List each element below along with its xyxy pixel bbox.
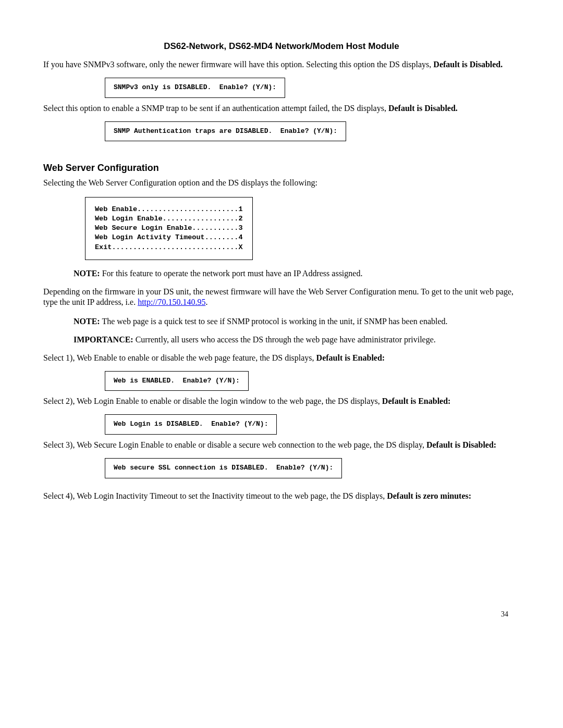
box-web-enabled-prompt: Web is ENABLED. Enable? (Y/N): (105, 371, 249, 391)
default-enabled-text: Default is Enabled: (316, 353, 385, 362)
text: Select 3), Web Secure Login Enable to en… (43, 440, 426, 449)
box-web-server-menu: Web Enable........................1 Web … (85, 197, 253, 260)
paragraph-firmware-info: Depending on the firmware in your DS uni… (43, 287, 520, 309)
importance-text: Currently, all users who access the DS t… (133, 335, 436, 344)
text: If you have SNMPv3 software, only the ne… (43, 60, 433, 69)
paragraph-web-server-intro: Selecting the Web Server Configuration o… (43, 178, 520, 189)
note-ip-address: NOTE: For this feature to operate the ne… (74, 268, 515, 279)
text: . (205, 298, 207, 306)
paragraph-select-3: Select 3), Web Secure Login Enable to en… (43, 440, 520, 451)
note-text: For this feature to operate the network … (100, 269, 363, 278)
default-disabled-text: Default is Disabled. (433, 60, 503, 69)
text: Select 2), Web Login Enable to enable or… (43, 397, 382, 405)
section-heading-web-server: Web Server Configuration (43, 162, 520, 174)
importance-note: IMPORTANCE: Currently, all users who acc… (74, 335, 515, 346)
note-snmp-test: NOTE: The web page is a quick test to se… (74, 316, 515, 327)
box-web-ssl-prompt: Web secure SSL connection is DISABLED. E… (105, 458, 342, 478)
box-web-login-prompt: Web Login is DISABLED. Enable? (Y/N): (105, 414, 277, 435)
default-disabled-text: Default is Disabled: (426, 440, 496, 449)
paragraph-select-2: Select 2), Web Login Enable to enable or… (43, 396, 520, 407)
paragraph-select-1: Select 1), Web Enable to enable or disab… (43, 353, 520, 364)
paragraph-snmpv3-intro: If you have SNMPv3 software, only the ne… (43, 59, 520, 70)
default-disabled-text: Default is Disabled. (388, 104, 458, 113)
paragraph-snmp-trap: Select this option to enable a SNMP trap… (43, 103, 520, 114)
default-enabled-text: Default is Enabled: (382, 397, 451, 405)
default-zero-text: Default is zero minutes: (387, 491, 471, 500)
text: Select this option to enable a SNMP trap… (43, 104, 388, 113)
text: Depending on the firmware in your DS uni… (43, 287, 513, 307)
box-snmp-auth-prompt: SNMP Authentication traps are DISABLED. … (105, 121, 346, 142)
note-text: The web page is a quick test to see if S… (100, 317, 448, 326)
ip-address-link[interactable]: http://70.150.140.95 (138, 298, 205, 306)
text: Select 1), Web Enable to enable or disab… (43, 353, 316, 362)
page-title: DS62-Network, DS62-MD4 Network/Modem Hos… (43, 41, 520, 52)
text: Select 4), Web Login Inactivity Timeout … (43, 491, 387, 500)
box-snmpv3-prompt: SNMPv3 only is DISABLED. Enable? (Y/N): (105, 78, 285, 98)
paragraph-select-4: Select 4), Web Login Inactivity Timeout … (43, 491, 520, 502)
note-label: NOTE: (74, 317, 100, 326)
importance-label: IMPORTANCE: (74, 335, 133, 344)
note-label: NOTE: (74, 269, 100, 278)
